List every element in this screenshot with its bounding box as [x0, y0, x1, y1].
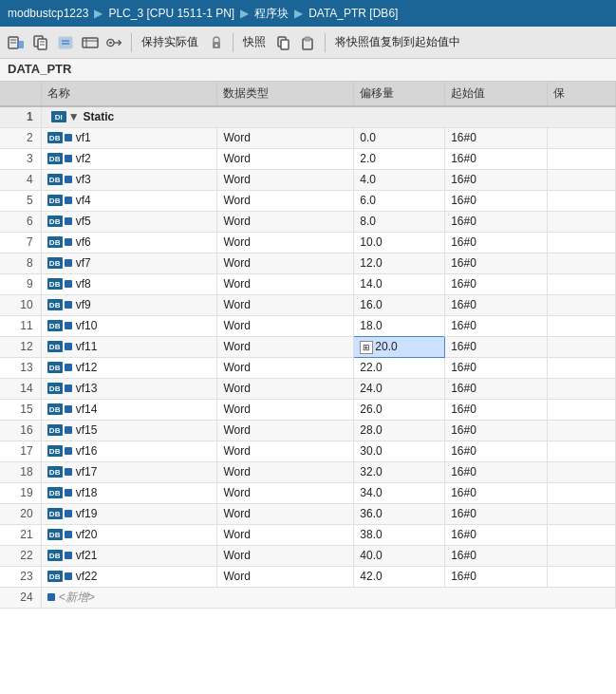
table-row[interactable]: 20DBvf19Word36.016#0 — [0, 503, 616, 524]
row-retain-cell — [548, 545, 616, 566]
toolbar-copy-to-init-label[interactable]: 将快照值复制到起始值中 — [331, 34, 464, 50]
row-initial-cell[interactable]: 16#0 — [445, 211, 548, 232]
toolbar-paste-icon[interactable] — [298, 32, 319, 53]
row-offset-cell[interactable]: 16.0 — [354, 294, 445, 315]
table-row[interactable]: 12DBvf11Word⊞20.016#0 — [0, 336, 616, 357]
dot-icon — [65, 364, 72, 371]
row-initial-cell[interactable]: 16#0 — [445, 524, 548, 545]
row-offset-cell[interactable]: 18.0 — [354, 315, 445, 336]
row-initial-cell[interactable]: 16#0 — [445, 461, 548, 482]
row-offset-cell[interactable]: 12.0 — [354, 253, 445, 273]
row-offset-cell[interactable]: 26.0 — [354, 399, 445, 420]
row-name-cell: DBvf16 — [41, 441, 217, 461]
table-row[interactable]: 3DBvf2Word2.016#0 — [0, 148, 616, 169]
table-row[interactable]: 22DBvf21Word40.016#0 — [0, 545, 616, 566]
row-offset-cell[interactable]: 40.0 — [354, 545, 445, 566]
row-initial-cell[interactable]: 16#0 — [445, 566, 548, 587]
row-name-cell: DBvf21 — [41, 545, 217, 566]
table-row[interactable]: 8DBvf7Word12.016#0 — [0, 253, 616, 273]
toolbar-lock-icon[interactable] — [206, 32, 227, 53]
row-offset-cell[interactable]: 24.0 — [354, 378, 445, 399]
toolbar-snapshot-label[interactable]: 快照 — [239, 34, 270, 50]
table-row[interactable]: 17DBvf16Word30.016#0 — [0, 441, 616, 461]
row-name-cell: DBvf7 — [41, 253, 217, 273]
row-offset-cell[interactable]: 14.0 — [354, 273, 445, 294]
row-offset-cell[interactable]: 6.0 — [354, 190, 445, 211]
row-initial-cell[interactable]: 16#0 — [445, 148, 548, 169]
row-initial-cell[interactable]: 16#0 — [445, 420, 548, 441]
row-initial-cell[interactable]: 16#0 — [445, 336, 548, 357]
new-row[interactable]: 24<新增> — [0, 587, 616, 608]
row-type-cell: Word — [217, 503, 354, 524]
row-offset-cell[interactable]: 28.0 — [354, 420, 445, 441]
toolbar-icon-2[interactable] — [30, 32, 51, 53]
dot-icon — [65, 510, 72, 517]
table-row[interactable]: 11DBvf10Word18.016#0 — [0, 315, 616, 336]
row-type-cell: Word — [217, 336, 354, 357]
row-initial-cell[interactable]: 16#0 — [445, 190, 548, 211]
row-offset-cell[interactable]: ⊞20.0 — [354, 336, 445, 357]
tag-icon: DB — [47, 424, 63, 436]
table-container[interactable]: 名称 数据类型 偏移量 起始值 保 1 — [0, 82, 616, 694]
row-initial-cell[interactable]: 16#0 — [445, 482, 548, 503]
table-row[interactable]: 5DBvf4Word6.016#0 — [0, 190, 616, 211]
row-retain-cell — [548, 357, 616, 378]
table-row[interactable]: 21DBvf20Word38.016#0 — [0, 524, 616, 545]
row-initial-cell[interactable]: 16#0 — [445, 315, 548, 336]
row-initial-cell[interactable]: 16#0 — [445, 294, 548, 315]
row-initial-cell[interactable]: 16#0 — [445, 378, 548, 399]
var-name: vf16 — [76, 444, 98, 458]
row-initial-cell[interactable]: 16#0 — [445, 127, 548, 148]
row-type-cell: Word — [217, 211, 354, 232]
row-initial-cell[interactable]: 16#0 — [445, 273, 548, 294]
row-offset-cell[interactable]: 38.0 — [354, 524, 445, 545]
var-name: vf6 — [76, 235, 91, 249]
table-row[interactable]: 15DBvf14Word26.016#0 — [0, 399, 616, 420]
toolbar-icon-4[interactable] — [80, 32, 101, 53]
row-offset-cell[interactable]: 4.0 — [354, 169, 445, 190]
row-initial-cell[interactable]: 16#0 — [445, 503, 548, 524]
row-initial-cell[interactable]: 16#0 — [445, 357, 548, 378]
row-offset-cell[interactable]: 34.0 — [354, 482, 445, 503]
table-row[interactable]: 10DBvf9Word16.016#0 — [0, 294, 616, 315]
toolbar-icon-1[interactable] — [6, 32, 27, 53]
table-row[interactable]: 18DBvf17Word32.016#0 — [0, 461, 616, 482]
row-name-cell: DBvf6 — [41, 232, 217, 253]
table-row[interactable]: 16DBvf15Word28.016#0 — [0, 420, 616, 441]
table-row[interactable]: 6DBvf5Word8.016#0 — [0, 211, 616, 232]
row-offset-cell[interactable]: 32.0 — [354, 461, 445, 482]
row-offset-cell[interactable]: 42.0 — [354, 566, 445, 587]
table-row[interactable]: 2DBvf1Word0.016#0 — [0, 127, 616, 148]
table-row[interactable]: 23DBvf22Word42.016#0 — [0, 566, 616, 587]
row-offset-cell[interactable]: 22.0 — [354, 357, 445, 378]
table-row[interactable]: 14DBvf13Word24.016#0 — [0, 378, 616, 399]
row-offset-cell[interactable]: 10.0 — [354, 232, 445, 253]
toolbar-separator-3 — [325, 33, 326, 52]
row-type-cell: Word — [217, 190, 354, 211]
row-initial-cell[interactable]: 16#0 — [445, 399, 548, 420]
row-offset-cell[interactable]: 36.0 — [354, 503, 445, 524]
table-row[interactable]: 4DBvf3Word4.016#0 — [0, 169, 616, 190]
dot-icon — [65, 155, 72, 162]
row-retain-cell — [548, 315, 616, 336]
row-initial-cell[interactable]: 16#0 — [445, 232, 548, 253]
row-initial-cell[interactable]: 16#0 — [445, 169, 548, 190]
toolbar-copy-icon[interactable] — [273, 32, 294, 53]
row-initial-cell[interactable]: 16#0 — [445, 545, 548, 566]
row-offset-cell[interactable]: 0.0 — [354, 127, 445, 148]
toolbar-keep-label[interactable]: 保持实际值 — [138, 34, 202, 50]
table-row[interactable]: 19DBvf18Word34.016#0 — [0, 482, 616, 503]
var-name: vf2 — [76, 152, 91, 165]
toolbar-icon-5[interactable] — [104, 32, 125, 53]
row-initial-cell[interactable]: 16#0 — [445, 253, 548, 273]
table-row[interactable]: 7DBvf6Word10.016#0 — [0, 232, 616, 253]
row-offset-cell[interactable]: 8.0 — [354, 211, 445, 232]
row-type-cell: Word — [217, 357, 354, 378]
row-offset-cell[interactable]: 2.0 — [354, 148, 445, 169]
row-initial-cell[interactable]: 16#0 — [445, 441, 548, 461]
tag-icon: DB — [47, 445, 63, 457]
table-row[interactable]: 9DBvf8Word14.016#0 — [0, 273, 616, 294]
row-offset-cell[interactable]: 30.0 — [354, 441, 445, 461]
toolbar-icon-3[interactable] — [55, 32, 76, 53]
table-row[interactable]: 13DBvf12Word22.016#0 — [0, 357, 616, 378]
